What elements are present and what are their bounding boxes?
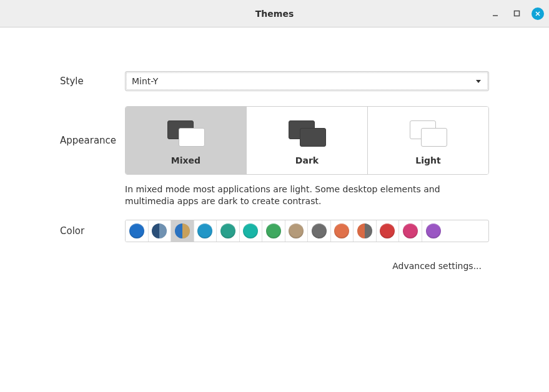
appearance-option-light[interactable]: Light bbox=[368, 107, 488, 174]
close-button[interactable] bbox=[532, 7, 544, 20]
color-swatch-sand[interactable] bbox=[285, 220, 309, 242]
color-swatch-orange-grey[interactable] bbox=[354, 220, 377, 242]
color-circle-icon bbox=[357, 223, 372, 238]
style-row: Style Mint-Y bbox=[60, 71, 489, 91]
color-swatch-blue-grey[interactable] bbox=[149, 220, 172, 242]
style-selected-value: Mint-Y bbox=[132, 76, 158, 86]
color-swatch-group bbox=[125, 220, 489, 242]
appearance-dark-label: Dark bbox=[295, 155, 319, 165]
advanced-settings-link[interactable]: Advanced settings... bbox=[60, 261, 489, 271]
color-row: Color bbox=[60, 220, 489, 242]
color-label: Color bbox=[60, 225, 125, 237]
appearance-row: Appearance Mixed Dark bbox=[60, 106, 489, 175]
window-controls bbox=[489, 0, 544, 27]
color-swatch-grey[interactable] bbox=[308, 220, 331, 242]
svg-marker-4 bbox=[476, 80, 481, 83]
dark-preview-icon bbox=[289, 120, 326, 147]
maximize-button[interactable] bbox=[510, 7, 523, 20]
color-circle-icon bbox=[403, 223, 418, 238]
color-swatch-purple[interactable] bbox=[422, 220, 445, 242]
maximize-icon bbox=[513, 10, 520, 17]
titlebar: Themes bbox=[0, 0, 549, 27]
color-circle-icon bbox=[175, 223, 190, 238]
window-title: Themes bbox=[255, 9, 294, 19]
color-circle-icon bbox=[197, 223, 212, 238]
style-label: Style bbox=[60, 76, 125, 87]
color-circle-icon bbox=[266, 223, 281, 238]
color-circle-icon bbox=[380, 223, 395, 238]
close-icon bbox=[535, 11, 541, 17]
color-circle-icon bbox=[312, 223, 327, 238]
color-swatch-green[interactable] bbox=[262, 220, 285, 242]
color-circle-icon bbox=[220, 223, 235, 238]
color-swatch-blue[interactable] bbox=[126, 220, 149, 242]
color-circle-icon bbox=[334, 223, 349, 238]
chevron-down-icon bbox=[475, 77, 482, 85]
mixed-preview-icon bbox=[167, 120, 205, 147]
color-circle-icon bbox=[243, 223, 258, 238]
color-swatch-teal[interactable] bbox=[217, 220, 240, 242]
light-preview-icon bbox=[410, 120, 447, 147]
color-circle-icon bbox=[289, 223, 304, 238]
color-swatch-pink[interactable] bbox=[399, 220, 422, 242]
color-swatch-red[interactable] bbox=[377, 220, 400, 242]
color-circle-icon bbox=[426, 223, 441, 238]
appearance-option-mixed[interactable]: Mixed bbox=[126, 107, 247, 174]
color-swatch-aqua[interactable] bbox=[194, 220, 217, 242]
content-area: Style Mint-Y Appearance Mixed bbox=[0, 27, 549, 271]
color-swatch-cyan[interactable] bbox=[240, 220, 263, 242]
appearance-hint-row: In mixed mode most applications are ligh… bbox=[60, 184, 489, 207]
svg-rect-1 bbox=[514, 11, 519, 16]
minimize-icon bbox=[492, 10, 499, 17]
appearance-group: Mixed Dark Light bbox=[125, 106, 489, 175]
color-swatch-orange[interactable] bbox=[331, 220, 354, 242]
appearance-light-label: Light bbox=[415, 155, 440, 165]
color-circle-icon bbox=[152, 223, 167, 238]
color-circle-icon bbox=[129, 223, 144, 238]
appearance-option-dark[interactable]: Dark bbox=[247, 107, 368, 174]
color-swatch-blue-sand[interactable] bbox=[171, 220, 194, 242]
appearance-hint: In mixed mode most applications are ligh… bbox=[125, 184, 489, 207]
minimize-button[interactable] bbox=[489, 7, 502, 20]
style-dropdown[interactable]: Mint-Y bbox=[125, 71, 489, 91]
appearance-label: Appearance bbox=[60, 135, 125, 146]
appearance-mixed-label: Mixed bbox=[171, 155, 200, 165]
